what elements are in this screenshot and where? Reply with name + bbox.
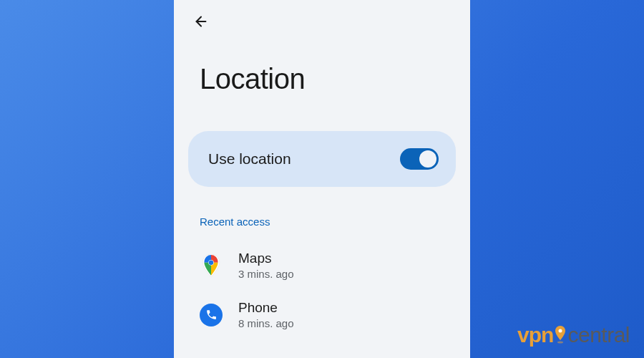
watermark-part1: vpn	[517, 323, 553, 347]
app-name: Maps	[238, 251, 294, 266]
back-button[interactable]	[190, 10, 213, 33]
recent-apps-list: Maps 3 mins. ago Phone 8 mins. ago	[174, 241, 470, 339]
svg-point-1	[209, 260, 213, 264]
app-text: Phone 8 mins. ago	[238, 300, 294, 329]
use-location-toggle[interactable]	[400, 148, 439, 170]
page-title: Location	[200, 63, 470, 95]
list-item[interactable]: Phone 8 mins. ago	[174, 290, 470, 339]
recent-access-header: Recent access	[200, 216, 470, 228]
watermark-logo: vpn central	[517, 323, 630, 347]
maps-icon	[200, 254, 223, 277]
list-item[interactable]: Maps 3 mins. ago	[174, 241, 470, 290]
pin-icon	[555, 326, 566, 344]
phone-icon	[200, 304, 223, 326]
use-location-row[interactable]: Use location	[188, 131, 456, 187]
app-time: 3 mins. ago	[238, 268, 294, 280]
svg-point-2	[559, 329, 562, 333]
app-name: Phone	[238, 300, 294, 316]
app-text: Maps 3 mins. ago	[238, 251, 294, 280]
app-time: 8 mins. ago	[238, 317, 294, 329]
settings-screen: Location Use location Recent access	[174, 0, 470, 358]
toggle-thumb	[419, 150, 436, 168]
watermark-part2: central	[567, 323, 630, 347]
use-location-label: Use location	[208, 150, 291, 168]
svg-point-3	[557, 342, 563, 344]
back-arrow-icon	[193, 14, 209, 29]
